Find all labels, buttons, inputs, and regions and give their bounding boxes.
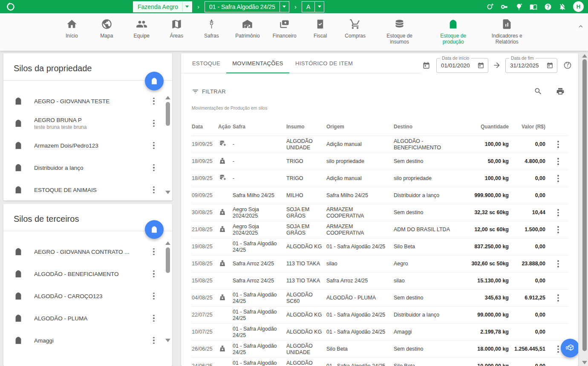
row-menu-button[interactable] bbox=[554, 157, 562, 166]
row-menu-button[interactable] bbox=[554, 208, 562, 218]
nav-item-estoque-de-insumos[interactable]: Estoque de insumos bbox=[379, 18, 420, 45]
nav-item-mapa[interactable]: Mapa bbox=[95, 18, 118, 39]
silo-menu-button[interactable] bbox=[150, 96, 158, 106]
third-list-scroll-down[interactable] bbox=[165, 339, 170, 342]
date-start-field[interactable]: Data de início 01/01/2020 bbox=[436, 58, 488, 73]
date-end-value[interactable]: 31/12/2025 bbox=[510, 62, 546, 69]
help-icon[interactable] bbox=[544, 3, 552, 11]
silo-menu-button[interactable] bbox=[150, 141, 158, 150]
silo-list-item[interactable]: Armazem Dois/Pedro123 bbox=[3, 134, 164, 157]
tab-hist-rico-de-item[interactable]: HISTÓRICO DE ITEM bbox=[289, 53, 359, 73]
filter-button[interactable]: FILTRAR bbox=[192, 88, 226, 95]
property-list-scrollbar[interactable] bbox=[165, 96, 170, 126]
table-row[interactable]: 21/08/25 Aegro Soja 2024/2025 SOJA EM GR… bbox=[192, 221, 568, 238]
scroll-down-arrow[interactable] bbox=[165, 191, 170, 194]
silo-menu-button[interactable] bbox=[150, 119, 158, 128]
field-selector[interactable]: A bbox=[302, 1, 324, 12]
collapse-nav-icon[interactable] bbox=[577, 23, 585, 30]
scroll-up-arrow[interactable] bbox=[165, 241, 170, 245]
silo-list-item[interactable]: ALGODÃO - BENEFICIAMENTO bbox=[3, 263, 164, 285]
silo-list-item[interactable]: AEGRO BRUNA P teste bruna teste bruna bbox=[3, 112, 164, 134]
nav-item-fiscal[interactable]: Fiscal bbox=[309, 18, 331, 39]
row-menu-button[interactable] bbox=[554, 140, 562, 149]
chevron-down-icon[interactable] bbox=[280, 2, 289, 12]
key-icon[interactable] bbox=[501, 3, 508, 11]
silo-list-item[interactable]: Distribuidor a lanço bbox=[3, 157, 164, 179]
season-selector[interactable]: 01 - Safra Algodão 24/25 bbox=[205, 1, 289, 12]
silo-menu-button[interactable] bbox=[150, 247, 158, 256]
add-third-party-silo-button[interactable] bbox=[145, 220, 164, 239]
notifications-off-icon[interactable] bbox=[559, 3, 566, 11]
silo-menu-button[interactable] bbox=[150, 314, 158, 323]
move-production-button[interactable] bbox=[561, 339, 578, 357]
invite-aegro-icon[interactable] bbox=[486, 3, 494, 11]
nav-item-compras[interactable]: Compras bbox=[344, 18, 366, 39]
tab-estoque[interactable]: ESTOQUE bbox=[186, 53, 226, 73]
scroll-down-arrow[interactable] bbox=[165, 339, 170, 342]
print-icon[interactable] bbox=[556, 87, 565, 96]
silo-menu-button[interactable] bbox=[150, 163, 158, 172]
table-row[interactable]: 26/06/25 01 - Safra Algodão 24/25 ALGODÃ… bbox=[192, 341, 568, 358]
help-outline-icon[interactable] bbox=[563, 61, 572, 70]
search-icon[interactable] bbox=[534, 87, 542, 96]
nav-item-patrim-nio[interactable]: Patrimônio bbox=[235, 18, 259, 39]
date-end-field[interactable]: Data de fim 31/12/2025 bbox=[505, 58, 557, 73]
table-row[interactable]: 15/08/25 Safra Arroz 24/25 113 TIO TAKA … bbox=[192, 273, 568, 290]
table-row[interactable]: 09/09/25 Safra Milho 24/25 MILHO Safra M… bbox=[192, 187, 568, 204]
table-row[interactable]: 24/06/25 01 - Safra Algodão 24/25 ALGODÃ… bbox=[192, 358, 568, 366]
row-menu-button[interactable] bbox=[554, 293, 562, 303]
silo-list-item[interactable]: ESTOQUE DE ANIMAIS bbox=[3, 179, 164, 200]
property-list-scroll-down[interactable] bbox=[165, 191, 170, 194]
table-row[interactable]: 15/08/25 Safra Arroz 24/25 113 TIO TAKA … bbox=[192, 256, 568, 273]
silo-menu-button[interactable] bbox=[150, 269, 158, 279]
table-row[interactable]: 30/08/25 Aegro Soja 2024/2025 SOJA EM GR… bbox=[192, 204, 568, 221]
knowledge-book-icon[interactable] bbox=[530, 3, 537, 11]
calendar-icon[interactable] bbox=[477, 62, 484, 69]
tab-movimenta-es[interactable]: MOVIMENTAÇÕES bbox=[226, 53, 289, 73]
nav-item-in-cio[interactable]: Início bbox=[61, 18, 83, 39]
calendar-shortcut-icon[interactable] bbox=[422, 61, 430, 70]
date-start-value[interactable]: 01/01/2020 bbox=[441, 62, 477, 69]
scroll-up-arrow[interactable] bbox=[165, 96, 170, 99]
scroll-up-arrow[interactable] bbox=[582, 54, 587, 58]
silo-menu-button[interactable] bbox=[150, 336, 158, 345]
nav-item--reas[interactable]: Áreas bbox=[165, 18, 187, 39]
table-row[interactable]: 19/08/25 01 - Safra Algodão 24/25 ALGODÃ… bbox=[192, 238, 568, 256]
silo-list-item[interactable]: AEGRO - GIOVANNA TESTE bbox=[3, 90, 164, 112]
nav-item-indicadores-e-relat-rios[interactable]: Indicadores e Relatórios bbox=[487, 18, 527, 45]
table-row[interactable]: 22/07/25 01 - Safra Algodão 24/25 ALGODÃ… bbox=[192, 307, 568, 324]
comment-icon[interactable] bbox=[457, 174, 464, 181]
nav-item-equipe[interactable]: Equipe bbox=[130, 18, 153, 39]
nav-item-financeiro[interactable]: Financeiro bbox=[273, 18, 297, 39]
silo-list-item[interactable]: ALGODÃO - CAROÇO123 bbox=[3, 285, 164, 307]
scroll-thumb[interactable] bbox=[166, 247, 170, 273]
silo-menu-button[interactable] bbox=[150, 291, 158, 301]
globe-icon bbox=[101, 18, 112, 30]
table-row[interactable]: 18/09/25 - TRIGO Adição manual silo prop… bbox=[192, 170, 568, 187]
silo-list-item[interactable]: AEGRO - GIOVANNA CONTRATO ... bbox=[3, 241, 164, 263]
user-avatar[interactable]: H bbox=[573, 1, 584, 12]
table-row[interactable]: 10/07/25 01 - Safra Algodão 24/25 ALGODÃ… bbox=[192, 324, 568, 341]
scroll-thumb[interactable] bbox=[582, 59, 587, 351]
table-row[interactable]: 18/09/25 - TRIGO silo propriedade Sem de… bbox=[192, 153, 568, 170]
scroll-thumb[interactable] bbox=[166, 102, 170, 126]
silo-list-item[interactable]: ALGODÃO - PLUMA bbox=[3, 307, 164, 329]
silo-menu-button[interactable] bbox=[150, 185, 158, 195]
table-row[interactable]: 19/09/25 - ALGODÃO UNIDADE Adição manual… bbox=[192, 136, 568, 153]
nav-item-estoque-de-produ-o[interactable]: Estoque de produção bbox=[433, 18, 474, 45]
row-menu-button[interactable] bbox=[554, 225, 562, 235]
farm-selector[interactable]: Fazenda Aegro bbox=[133, 1, 192, 12]
row-menu-button[interactable] bbox=[554, 259, 562, 269]
calendar-icon[interactable] bbox=[546, 62, 553, 69]
table-row[interactable]: 04/08/25 01 - Safra Algodão 24/25 ALGODÃ… bbox=[192, 290, 568, 307]
add-property-silo-button[interactable] bbox=[145, 72, 164, 90]
chevron-down-icon[interactable] bbox=[314, 2, 324, 12]
tips-bulb-icon[interactable] bbox=[515, 3, 523, 11]
row-menu-button[interactable] bbox=[554, 174, 562, 183]
silo-list-item[interactable]: Amaggi bbox=[3, 329, 164, 351]
third-list-scrollbar[interactable] bbox=[165, 241, 170, 273]
scroll-down-arrow[interactable] bbox=[582, 361, 587, 364]
page-scrollbar[interactable] bbox=[581, 51, 588, 366]
nav-item-safras[interactable]: Safras bbox=[200, 18, 222, 39]
chevron-down-icon[interactable] bbox=[182, 2, 192, 12]
